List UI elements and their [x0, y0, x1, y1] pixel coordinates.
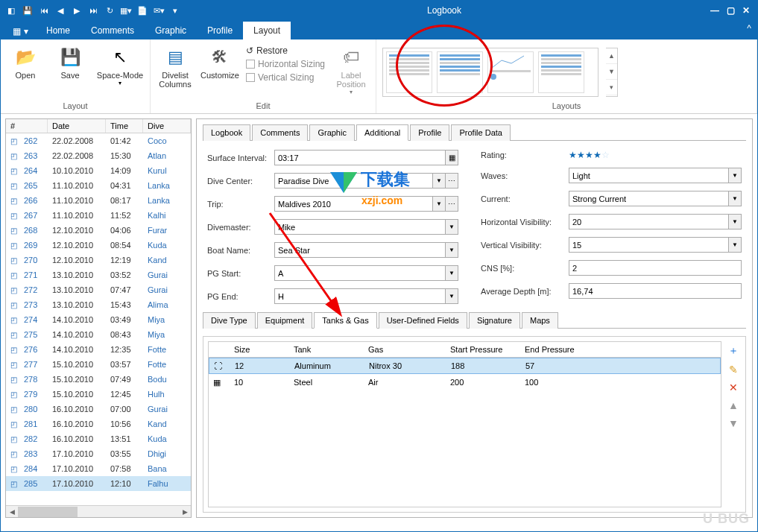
gallery-down-icon[interactable]: ▼ [606, 64, 617, 80]
detail-tab-graphic[interactable]: Graphic [309, 124, 355, 141]
divelist-row[interactable]: ◰28016.10.201007:00Gurai [6, 402, 191, 417]
detail-tab-logbook[interactable]: Logbook [203, 124, 250, 141]
divelist-row[interactable]: ◰27414.10.201003:49Miya [6, 312, 191, 327]
pgend-input[interactable] [274, 288, 446, 304]
ribbon-tab-profile[interactable]: Profile [197, 22, 243, 39]
detail-tab-comments[interactable]: Comments [252, 124, 308, 141]
restore-button[interactable]: ↺Restore [246, 45, 325, 56]
chevron-down-icon[interactable]: ▼ [433, 196, 446, 212]
tank-edit-icon[interactable]: ✎ [729, 364, 738, 376]
tank-add-icon[interactable]: ＋ [728, 344, 739, 358]
chevron-down-icon[interactable]: ▼ [446, 288, 458, 304]
subtab-tanks-gas[interactable]: Tanks & Gas [314, 312, 376, 329]
pgstart-input[interactable] [274, 265, 446, 281]
space-mode-button[interactable]: ↖Space-Mode▾ [96, 42, 144, 86]
col-date[interactable]: Date [48, 119, 106, 133]
qat-prev-icon[interactable]: ◀ [54, 4, 66, 16]
chevron-down-icon[interactable]: ▼ [729, 237, 742, 253]
divelist-row[interactable]: ◰26912.10.201008:54Kuda [6, 238, 191, 253]
vertical-sizing-check[interactable]: Vertical Sizing [246, 72, 325, 83]
current-input[interactable] [569, 191, 729, 206]
tank-col-size[interactable]: Size [230, 342, 289, 357]
scroll-right-icon[interactable]: ▶ [179, 506, 191, 517]
detail-tab-profile-data[interactable]: Profile Data [451, 124, 510, 141]
minimize-button[interactable]: ― [710, 5, 719, 16]
chevron-down-icon[interactable]: ▼ [729, 214, 742, 229]
divelist-hscroll[interactable]: ◀ ▶ [6, 505, 191, 517]
qat-more-icon[interactable]: ▾ [169, 4, 181, 16]
avgdepth-input[interactable] [569, 283, 742, 299]
divelist-row[interactable]: ◰28417.10.201007:58Bana [6, 461, 191, 476]
divelist-row[interactable]: ◰27614.10.201012:35Fotte [6, 342, 191, 357]
save-button[interactable]: 💾Save [51, 42, 89, 80]
waves-input[interactable] [569, 168, 729, 183]
divelist-row[interactable]: ◰27012.10.201012:19Kand [6, 253, 191, 267]
chevron-down-icon[interactable]: ▼ [433, 173, 446, 189]
qat-last-icon[interactable]: ⏭ [87, 4, 99, 16]
divelist-row[interactable]: ◰26511.10.201004:31Lanka [6, 178, 191, 193]
vviz-input[interactable] [569, 237, 729, 253]
close-button[interactable]: ✕ [742, 5, 750, 16]
subtab-dive-type[interactable]: Dive Type [203, 312, 256, 329]
subtab-user-defined-fields[interactable]: User-Defined Fields [379, 312, 467, 329]
qat-first-icon[interactable]: ⏮ [38, 4, 50, 16]
divelist-row[interactable]: ◰27213.10.201007:47Gurai [6, 282, 191, 297]
tank-col-tank[interactable]: Tank [289, 342, 364, 357]
divelist-row[interactable]: ◰27815.10.201007:49Bodu [6, 372, 191, 387]
calc-icon[interactable]: ▦ [446, 150, 458, 165]
dive-center-input[interactable] [274, 173, 433, 189]
qat-doc-icon[interactable]: 📄 [136, 4, 148, 16]
col-time[interactable]: Time [106, 119, 143, 133]
ribbon-tab-comments[interactable]: Comments [80, 22, 145, 39]
chevron-down-icon[interactable]: ▼ [729, 191, 742, 206]
subtab-signature[interactable]: Signature [469, 312, 520, 329]
gallery-more-icon[interactable]: ▾ [606, 80, 617, 95]
divelist-row[interactable]: ◰26410.10.201014:09Kurul [6, 163, 191, 178]
ribbon-tab-home[interactable]: Home [36, 22, 80, 39]
layout-thumb-3[interactable] [487, 51, 534, 93]
qat-mail-icon[interactable]: ✉▾ [153, 4, 165, 16]
qat-next-icon[interactable]: ▶ [71, 4, 83, 16]
open-button[interactable]: 📂Open [7, 42, 44, 80]
ribbon-collapse-icon[interactable]: ^ [747, 23, 751, 34]
ribbon-tab-layout[interactable]: Layout [243, 22, 291, 39]
divelist-row[interactable]: ◰27313.10.201015:43Alima [6, 297, 191, 312]
surface-interval-input[interactable] [274, 150, 446, 165]
divelist-row[interactable]: ◰26322.02.200815:30Atlan [6, 148, 191, 163]
rating-stars[interactable]: ★★★★☆ [569, 150, 610, 160]
ellipsis-icon[interactable]: ⋯ [446, 173, 458, 189]
divelist-row[interactable]: ◰26812.10.201004:06Furar [6, 223, 191, 238]
divelist-row[interactable]: ◰26711.10.201011:52Kalhi [6, 208, 191, 223]
maximize-button[interactable]: ▢ [727, 5, 735, 16]
tank-delete-icon[interactable]: ✕ [729, 381, 738, 393]
chevron-down-icon[interactable]: ▼ [446, 242, 458, 258]
col-num[interactable]: # [6, 119, 48, 133]
hviz-input[interactable] [569, 214, 729, 229]
divelist-row[interactable]: ◰26611.10.201008:17Lanka [6, 193, 191, 208]
tank-row[interactable]: ▦10SteelAir200100 [209, 374, 721, 390]
layout-thumb-2[interactable] [437, 51, 483, 93]
divelist-row[interactable]: ◰27113.10.201003:52Gurai [6, 267, 191, 282]
label-position-button[interactable]: 🏷Label Position▾ [332, 42, 370, 95]
divelist-columns-button[interactable]: ▤Divelist Columns [157, 42, 194, 89]
tank-col-ep[interactable]: End Pressure [520, 342, 721, 357]
chevron-down-icon[interactable]: ▼ [729, 168, 742, 183]
detail-tab-additional[interactable]: Additional [356, 124, 408, 141]
layout-thumb-4[interactable] [538, 51, 584, 93]
gallery-up-icon[interactable]: ▲ [606, 48, 617, 64]
tank-down-icon[interactable]: ▼ [728, 417, 739, 429]
file-menu[interactable]: ▦▾ [5, 23, 36, 39]
divelist-row[interactable]: ◰28116.10.201010:56Kand [6, 417, 191, 431]
qat-add-icon[interactable]: ▦▾ [120, 4, 132, 16]
col-loc[interactable]: Dive [143, 119, 191, 133]
horizontal-sizing-check[interactable]: Horizontal Sizing [246, 59, 325, 69]
chevron-down-icon[interactable]: ▼ [446, 219, 458, 235]
divelist-row[interactable]: ◰28216.10.201013:51Kuda [6, 431, 191, 446]
qat-icon-1[interactable]: ◧ [5, 4, 17, 16]
divelist-row[interactable]: ◰27715.10.201003:57Fotte [6, 357, 191, 372]
detail-tab-profile[interactable]: Profile [410, 124, 449, 141]
tank-up-icon[interactable]: ▲ [728, 399, 739, 411]
subtab-equipment[interactable]: Equipment [257, 312, 313, 329]
divelist-row[interactable]: ◰26222.02.200801:42Coco [6, 133, 191, 148]
subtab-maps[interactable]: Maps [522, 312, 558, 329]
